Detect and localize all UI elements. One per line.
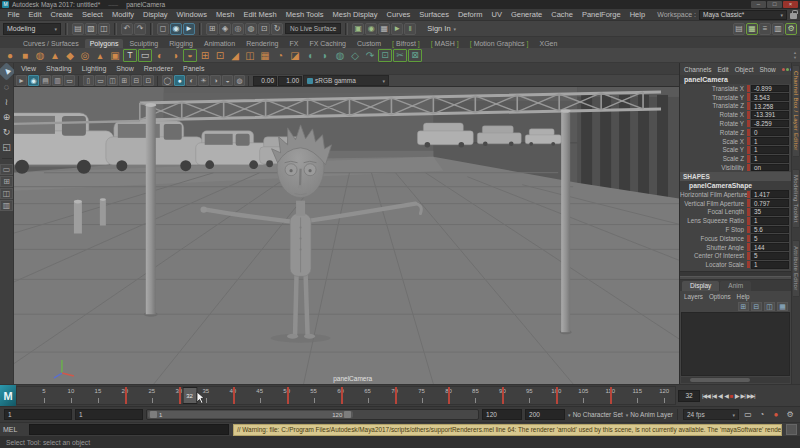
paint-select-tool[interactable]: ≀	[0, 95, 13, 108]
channel-value-field[interactable]: 3.543	[751, 93, 789, 101]
playback-range-bar[interactable]: 1 120	[148, 411, 353, 418]
extrude-icon[interactable]: ⊡	[213, 49, 227, 62]
shaded-icon[interactable]: ●	[174, 75, 185, 86]
textured-icon[interactable]: ◐	[186, 75, 197, 86]
poly-pyramid-icon[interactable]: ▴	[93, 49, 107, 62]
raise-panels-icon[interactable]: ▤	[733, 23, 745, 35]
menu-edit-mesh[interactable]: Edit Mesh	[239, 10, 281, 19]
close-button[interactable]: ×	[783, 1, 798, 8]
anim-layer-select[interactable]: No Anim Layer	[626, 411, 673, 418]
tool-settings-toggle-icon[interactable]: ≡	[759, 23, 771, 35]
shelf-tab-bifrost[interactable]: Bifrost	[387, 39, 425, 48]
range-end-handle[interactable]	[344, 411, 351, 418]
poly-sphere-icon[interactable]: ●	[3, 49, 17, 62]
channel-shutter-angle[interactable]: Shutter Angle144	[680, 243, 791, 252]
snap-view-plane-icon[interactable]: ⊡	[258, 23, 270, 35]
side-tab-attribute-editor[interactable]: Attribute Editor	[793, 240, 800, 297]
poly-cone-icon[interactable]: ▲	[48, 49, 62, 62]
select-component-icon[interactable]: ►	[183, 23, 195, 35]
menu-deform[interactable]: Deform	[453, 10, 487, 19]
channel-value-field[interactable]: 1	[751, 261, 789, 269]
range-start-handle[interactable]	[150, 411, 157, 418]
channel-translate-z[interactable]: Translate Z13.258	[680, 102, 791, 111]
reduce-icon[interactable]: ◪	[288, 49, 302, 62]
viewport-3d-scene[interactable]: panelCamera	[14, 87, 679, 384]
wireframe-icon[interactable]: ◯	[162, 75, 173, 86]
channel-value-field[interactable]: 35	[751, 208, 789, 216]
auto-keyframe-icon[interactable]: ●	[770, 409, 782, 421]
panel-menu-renderer[interactable]: Renderer	[144, 65, 173, 72]
channel-value-field[interactable]: -0.899	[751, 85, 789, 93]
side-tab-channel-box-layer-editor[interactable]: Channel Box / Layer Editor	[793, 65, 800, 157]
script-warning-message[interactable]: // Warning: file: C:/Program Files/Autod…	[233, 424, 782, 436]
panel-menu-lighting[interactable]: Lighting	[82, 65, 107, 72]
fill-hole-icon[interactable]: ▦	[258, 49, 272, 62]
channel-scale-y[interactable]: Scale Y1	[680, 146, 791, 155]
channel-horizontal-film-aperture[interactable]: Horizontal Film Aperture1.417	[680, 190, 791, 199]
menu-edit[interactable]: Edit	[24, 10, 46, 19]
shelf-tab-curves-surfaces[interactable]: Curves / Surfaces	[18, 39, 84, 48]
bookmark-icon[interactable]: ▥	[52, 75, 63, 86]
channel-value-field[interactable]: 5	[751, 252, 789, 260]
mel-label[interactable]: MEL	[3, 426, 25, 433]
channel-value-field[interactable]: 0	[751, 128, 789, 136]
shelf-tab-xgen[interactable]: XGen	[534, 39, 562, 48]
go-to-end-button[interactable]: ▶▶|	[746, 389, 756, 403]
layer-menu-help[interactable]: Help	[737, 293, 750, 300]
smooth-icon[interactable]: ◔	[273, 49, 287, 62]
shelf-tab-polygons[interactable]: Polygons	[85, 39, 124, 48]
channel-value-field[interactable]: 144	[751, 243, 789, 251]
channel-menu-channels[interactable]: Channels	[684, 66, 711, 73]
menu-surfaces[interactable]: Surfaces	[415, 10, 454, 19]
channel-menu-show[interactable]: Show	[759, 66, 775, 73]
menu-help[interactable]: Help	[625, 10, 649, 19]
camera-attributes-icon[interactable]: ▤	[40, 75, 51, 86]
channel-rotate-x[interactable]: Rotate X-13.391	[680, 110, 791, 119]
script-editor-button[interactable]	[786, 424, 797, 435]
boolean-union-icon[interactable]: ◐	[153, 49, 167, 62]
bridge-icon[interactable]: ◫	[243, 49, 257, 62]
channel-value-field[interactable]: -13.391	[751, 111, 789, 119]
channel-value-field[interactable]: 0.797	[751, 199, 789, 207]
layout-single-pane[interactable]: ▭	[0, 164, 13, 175]
menu-mesh-display[interactable]: Mesh Display	[328, 10, 382, 19]
live-surface-field[interactable]: No Live Surface	[285, 23, 341, 34]
target-weld-icon[interactable]: ⊠	[408, 49, 422, 62]
channel-translate-x[interactable]: Translate X-0.899	[680, 84, 791, 93]
shelf-tab-fx[interactable]: FX	[284, 39, 303, 48]
workspace-select[interactable]: Maya Classic*	[699, 10, 787, 20]
fps-select[interactable]: 24 fps	[683, 409, 739, 420]
snap-point-icon[interactable]: ◎	[232, 23, 244, 35]
panel-menu-view[interactable]: View	[21, 65, 36, 72]
channel-center-of-interest[interactable]: Center Of Interest5	[680, 252, 791, 261]
shelf-tab-motion-graphics[interactable]: Motion Graphics	[465, 39, 534, 48]
channel-f-stop[interactable]: F Stop5.6	[680, 225, 791, 234]
ipr-render-icon[interactable]: ◉	[365, 23, 377, 35]
channel-value-field[interactable]: 1	[751, 155, 789, 163]
shadows-icon[interactable]: ◑	[210, 75, 221, 86]
new-empty-layer-icon[interactable]: ⊞	[738, 302, 749, 311]
lock-icon[interactable]	[790, 13, 797, 19]
render-settings-icon[interactable]: ▦	[378, 23, 390, 35]
pause-viewport-icon[interactable]: ‖	[404, 23, 416, 35]
safe-title-icon[interactable]: ⊡	[143, 75, 154, 86]
separate-icon[interactable]: ⊞	[198, 49, 212, 62]
channel-scale-z[interactable]: Scale Z1	[680, 154, 791, 163]
save-scene-icon[interactable]: ◫	[98, 23, 110, 35]
lasso-select-tool[interactable]: ◌	[0, 80, 13, 93]
layout-two-pane[interactable]: ◫	[0, 188, 13, 199]
layer-options-icon[interactable]: ▦	[777, 302, 788, 311]
modeling-toolkit-toggle-icon[interactable]: ▦	[746, 23, 758, 35]
menu-display[interactable]: Display	[139, 10, 173, 19]
launch-render-view-icon[interactable]: ►	[391, 23, 403, 35]
lock-camera-icon[interactable]: ◉	[28, 75, 39, 86]
channel-menu-object[interactable]: Object	[735, 66, 754, 73]
gate-mask-icon[interactable]: ◫	[107, 75, 118, 86]
layer-list[interactable]	[681, 312, 790, 376]
anti-alias-icon[interactable]: ◍	[234, 75, 245, 86]
snap-grid-icon[interactable]: ⊞	[206, 23, 218, 35]
pinch-tool-icon[interactable]: ↷	[363, 49, 377, 62]
bevel-icon[interactable]: ◢	[228, 49, 242, 62]
poly-svg-icon[interactable]: ▭	[138, 49, 152, 62]
poly-torus-icon[interactable]: ◎	[78, 49, 92, 62]
